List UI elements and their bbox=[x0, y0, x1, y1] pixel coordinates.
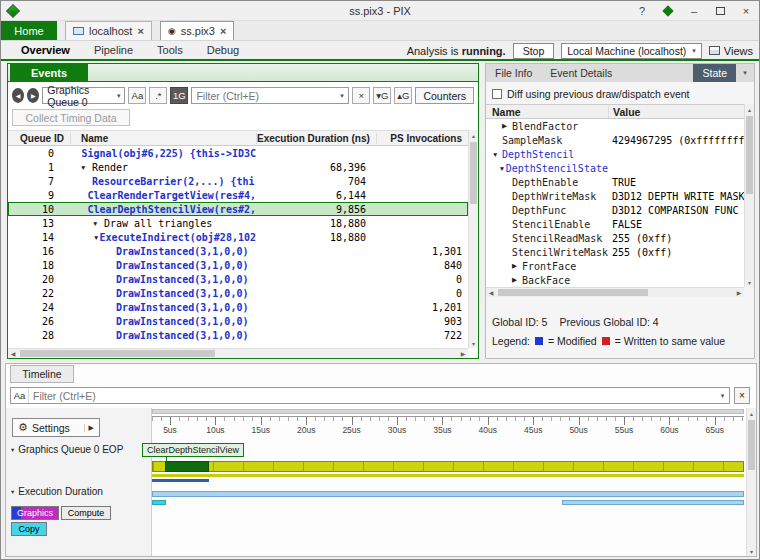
feedback-button[interactable] bbox=[655, 1, 681, 21]
scroll-up-icon[interactable]: ▴ bbox=[745, 104, 754, 114]
events-vertical-scrollbar[interactable]: ▴ ▾ bbox=[468, 130, 478, 348]
tab-state[interactable]: State bbox=[693, 64, 736, 82]
event-row[interactable]: 0Signal(obj#6,225) {this->ID3C bbox=[8, 146, 468, 160]
timeline-filter-clear-button[interactable]: × bbox=[734, 387, 750, 404]
event-row[interactable]: 7ResourceBarrier(2,...) {thi704 bbox=[8, 174, 468, 188]
legend-chip-graphics[interactable]: Graphics bbox=[11, 506, 59, 520]
column-header-execution-duration[interactable]: Execution Duration (ns) bbox=[256, 133, 376, 144]
diff-checkbox[interactable] bbox=[492, 89, 502, 99]
view-tab-tools[interactable]: Tools bbox=[145, 41, 195, 59]
counters-button[interactable]: Counters bbox=[415, 87, 474, 104]
tree-toggle-icon[interactable]: ▶ bbox=[502, 122, 512, 130]
event-row[interactable]: 18DrawInstanced(3,1,0,0)840 bbox=[8, 258, 468, 272]
tab-localhost[interactable]: localhost × bbox=[65, 21, 152, 40]
state-row[interactable]: ▶BlendFactor bbox=[486, 119, 744, 133]
tree-toggle-icon[interactable]: ▶ bbox=[512, 262, 522, 270]
home-tab[interactable]: Home bbox=[1, 21, 57, 40]
timeline-filter-input[interactable] bbox=[29, 390, 716, 402]
timeline-bar-selected-event[interactable] bbox=[165, 461, 209, 472]
view-tab-pipeline[interactable]: Pipeline bbox=[82, 41, 145, 59]
scrollbar-thumb[interactable] bbox=[498, 289, 648, 296]
state-row[interactable]: SampleMask4294967295 (0xffffffff) bbox=[486, 133, 744, 147]
filter-history-icon[interactable]: ▾ bbox=[335, 92, 348, 100]
tab-file-info[interactable]: File Info bbox=[486, 64, 541, 82]
event-row-selected[interactable]: 10ClearDepthStencilView(res#2,9,856 bbox=[8, 202, 468, 216]
scroll-up-icon[interactable]: ▴ bbox=[747, 408, 756, 418]
state-vertical-scrollbar[interactable]: ▴ ▾ bbox=[744, 104, 754, 287]
tree-toggle-icon[interactable]: ▶ bbox=[512, 276, 522, 284]
tree-toggle-icon[interactable]: ▼ bbox=[499, 165, 506, 172]
views-button[interactable]: Views bbox=[709, 45, 753, 57]
group-toggle-button[interactable]: 1G bbox=[170, 87, 188, 104]
scroll-down-icon[interactable]: ▾ bbox=[747, 546, 756, 556]
event-row[interactable]: 20DrawInstanced(3,1,0,0)0 bbox=[8, 272, 468, 286]
event-row[interactable]: 14▼ExecuteIndirect(obj#28,10218,880 bbox=[8, 230, 468, 244]
event-row[interactable]: 26DrawInstanced(3,1,0,0)903 bbox=[8, 314, 468, 328]
state-row[interactable]: DepthEnableTRUE bbox=[486, 175, 744, 189]
scroll-up-icon[interactable]: ▴ bbox=[469, 130, 478, 140]
scrollbar-thumb[interactable] bbox=[748, 420, 755, 470]
state-row[interactable]: DepthFuncD3D12_COMPARISON_FUNC_… bbox=[486, 203, 744, 217]
nav-forward-button[interactable]: ▶ bbox=[27, 88, 39, 103]
help-button[interactable]: ? bbox=[629, 1, 655, 21]
state-row[interactable]: ▼DepthStencil bbox=[486, 147, 744, 161]
state-row[interactable]: StencilReadMask255 (0xff) bbox=[486, 231, 744, 245]
machine-select[interactable]: Local Machine (localhost) ▾ bbox=[561, 43, 702, 59]
goto-prev-group-button[interactable]: ▴G bbox=[394, 87, 412, 104]
column-header-name[interactable]: Name bbox=[486, 106, 608, 118]
regex-button[interactable]: .* bbox=[149, 87, 167, 104]
timeline-bar-execution-1[interactable] bbox=[152, 491, 744, 497]
state-row[interactable]: ▶BackFace bbox=[486, 273, 744, 287]
filter-clear-button[interactable]: × bbox=[352, 87, 370, 104]
tab-localhost-close-icon[interactable]: × bbox=[137, 25, 143, 37]
timeline-tab[interactable]: Timeline bbox=[10, 365, 74, 383]
tree-toggle-icon[interactable]: ▼ bbox=[80, 164, 92, 171]
tab-sspix3[interactable]: ◉ ss.pix3 × bbox=[160, 21, 235, 40]
stop-button[interactable]: Stop bbox=[513, 43, 555, 59]
timeline-settings-button[interactable]: ⚙ Settings ▶ bbox=[12, 418, 100, 437]
scrollbar-thumb[interactable] bbox=[746, 116, 753, 194]
events-tab[interactable]: Events bbox=[10, 64, 88, 82]
scroll-down-icon[interactable]: ▾ bbox=[469, 338, 478, 348]
collapse-icon[interactable]: ▾ bbox=[11, 488, 14, 496]
view-tab-debug[interactable]: Debug bbox=[195, 41, 251, 59]
tree-toggle-icon[interactable]: ▼ bbox=[492, 151, 502, 158]
column-header-name[interactable]: Name bbox=[70, 133, 256, 144]
column-header-queue-id[interactable]: Queue ID bbox=[8, 133, 70, 144]
scroll-right-icon[interactable]: ▶ bbox=[734, 288, 744, 297]
state-row[interactable]: DepthWriteMaskD3D12_DEPTH_WRITE_MASK… bbox=[486, 189, 744, 203]
column-header-value[interactable]: Value bbox=[608, 106, 744, 118]
timeline-bar-execution-2[interactable] bbox=[562, 500, 744, 505]
tab-event-details[interactable]: Event Details bbox=[541, 64, 621, 82]
collapse-icon[interactable]: ▾ bbox=[11, 446, 14, 454]
timeline-bar-copy[interactable] bbox=[152, 500, 166, 505]
timeline-bar-marker[interactable] bbox=[152, 479, 209, 482]
event-row[interactable]: 1▼Render68,396 bbox=[8, 160, 468, 174]
filter-history-icon[interactable]: ▾ bbox=[716, 392, 729, 400]
tree-toggle-icon[interactable]: ▼ bbox=[92, 220, 104, 227]
lane-execution-duration[interactable]: ▾ Execution Duration bbox=[11, 486, 103, 497]
event-row[interactable]: 13▼Draw all triangles18,880 bbox=[8, 216, 468, 230]
timeline-vertical-scrollbar[interactable]: ▴ ▾ bbox=[746, 408, 756, 556]
scroll-right-icon[interactable]: ▶ bbox=[458, 349, 468, 358]
goto-next-group-button[interactable]: ▾G bbox=[373, 87, 391, 104]
event-row[interactable]: 9ClearRenderTargetView(res#4,6,144 bbox=[8, 188, 468, 202]
panel-tabs-menu-button[interactable]: ▾ bbox=[736, 64, 754, 82]
event-row[interactable]: 16DrawInstanced(3,1,0,0)1,301 bbox=[8, 244, 468, 258]
scroll-down-icon[interactable]: ▾ bbox=[745, 277, 754, 287]
timeline-bar-sub[interactable] bbox=[152, 474, 744, 477]
match-case-button[interactable]: Aa bbox=[128, 87, 146, 104]
scroll-left-icon[interactable]: ◀ bbox=[8, 349, 18, 358]
view-tab-overview[interactable]: Overview bbox=[9, 41, 82, 59]
state-horizontal-scrollbar[interactable]: ◀ ▶ bbox=[486, 287, 744, 297]
event-row[interactable]: 24DrawInstanced(3,1,0,0)1,201 bbox=[8, 300, 468, 314]
state-row[interactable]: ▶FrontFace bbox=[486, 259, 744, 273]
nav-back-button[interactable]: ◀ bbox=[12, 88, 24, 103]
event-row[interactable]: 22DrawInstanced(3,1,0,0)0 bbox=[8, 286, 468, 300]
queue-select[interactable]: Graphics Queue 0 ▾ bbox=[42, 87, 125, 104]
timeline-ruler[interactable]: 5us10us15us20us25us30us35us40us45us50us5… bbox=[152, 416, 744, 434]
event-row[interactable]: 28DrawInstanced(3,1,0,0)722 bbox=[8, 328, 468, 342]
lane-graphics-queue-eop[interactable]: ▾ Graphics Queue 0 EOP bbox=[11, 444, 123, 455]
timeline-zoom-bar[interactable] bbox=[152, 409, 744, 414]
maximize-button[interactable] bbox=[707, 1, 733, 21]
